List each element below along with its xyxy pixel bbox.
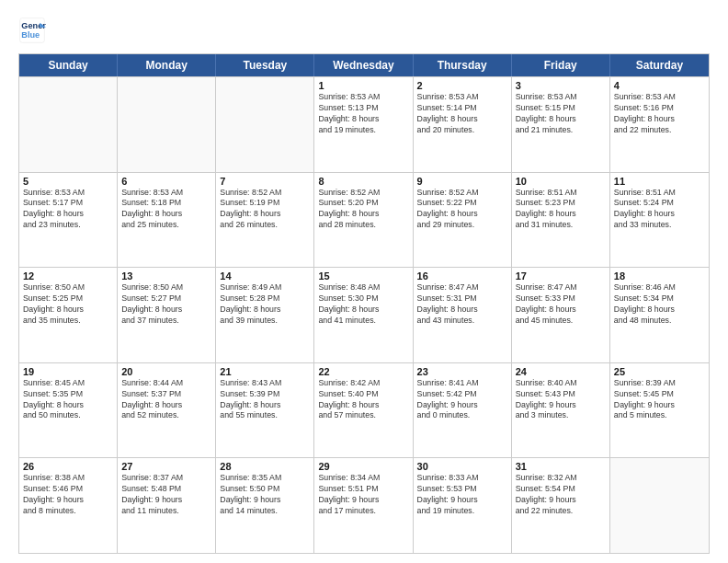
day-number: 4 [614, 80, 705, 91]
day-info: Sunrise: 8:44 AM Sunset: 5:37 PM Dayligh… [121, 378, 211, 422]
day-number: 17 [516, 270, 606, 282]
weekday-header-saturday: Saturday [610, 54, 709, 76]
day-number: 10 [516, 176, 606, 187]
day-info: Sunrise: 8:50 AM Sunset: 5:25 PM Dayligh… [23, 282, 113, 327]
calendar-cell: 23Sunrise: 8:41 AM Sunset: 5:42 PM Dayli… [414, 363, 512, 458]
day-info: Sunrise: 8:45 AM Sunset: 5:35 PM Dayligh… [23, 378, 113, 422]
day-number: 24 [516, 366, 606, 377]
day-info: Sunrise: 8:53 AM Sunset: 5:17 PM Dayligh… [23, 188, 113, 232]
day-number: 1 [318, 80, 408, 91]
day-number: 9 [417, 176, 507, 187]
calendar-cell: 15Sunrise: 8:48 AM Sunset: 5:30 PM Dayli… [314, 268, 413, 362]
calendar-cell: 17Sunrise: 8:47 AM Sunset: 5:33 PM Dayli… [512, 268, 610, 362]
day-info: Sunrise: 8:53 AM Sunset: 5:16 PM Dayligh… [614, 92, 705, 136]
day-info: Sunrise: 8:41 AM Sunset: 5:42 PM Dayligh… [417, 378, 507, 422]
day-info: Sunrise: 8:35 AM Sunset: 5:50 PM Dayligh… [220, 473, 310, 517]
day-number: 23 [417, 366, 507, 377]
calendar-cell: 20Sunrise: 8:44 AM Sunset: 5:37 PM Dayli… [118, 363, 216, 458]
day-info: Sunrise: 8:37 AM Sunset: 5:48 PM Dayligh… [121, 473, 211, 517]
weekday-header-monday: Monday [118, 54, 216, 76]
day-info: Sunrise: 8:33 AM Sunset: 5:53 PM Dayligh… [417, 473, 507, 517]
day-info: Sunrise: 8:38 AM Sunset: 5:46 PM Dayligh… [23, 473, 113, 517]
calendar-cell: 29Sunrise: 8:34 AM Sunset: 5:51 PM Dayli… [314, 458, 413, 553]
day-info: Sunrise: 8:48 AM Sunset: 5:30 PM Dayligh… [318, 282, 408, 327]
weekday-header-friday: Friday [512, 54, 610, 76]
calendar-row-1: 1Sunrise: 8:53 AM Sunset: 5:13 PM Daylig… [19, 76, 709, 172]
svg-text:Blue: Blue [21, 30, 40, 40]
day-info: Sunrise: 8:50 AM Sunset: 5:27 PM Dayligh… [121, 282, 211, 327]
day-number: 20 [121, 366, 211, 377]
calendar-cell [118, 77, 216, 172]
day-info: Sunrise: 8:53 AM Sunset: 5:18 PM Dayligh… [121, 188, 211, 232]
calendar-cell: 5Sunrise: 8:53 AM Sunset: 5:17 PM Daylig… [19, 173, 118, 268]
day-number: 28 [220, 461, 310, 472]
day-info: Sunrise: 8:52 AM Sunset: 5:19 PM Dayligh… [220, 188, 310, 232]
day-number: 26 [23, 461, 113, 472]
logo: General Blue [18, 17, 50, 44]
day-info: Sunrise: 8:39 AM Sunset: 5:45 PM Dayligh… [614, 378, 705, 422]
calendar-cell: 25Sunrise: 8:39 AM Sunset: 5:45 PM Dayli… [610, 363, 709, 458]
page: General Blue SundayMondayTuesdayWednesda… [0, 0, 728, 563]
calendar-cell: 4Sunrise: 8:53 AM Sunset: 5:16 PM Daylig… [610, 77, 709, 172]
day-info: Sunrise: 8:34 AM Sunset: 5:51 PM Dayligh… [318, 473, 408, 517]
day-number: 11 [614, 176, 705, 187]
day-number: 22 [318, 366, 408, 377]
day-number: 25 [614, 366, 705, 377]
day-number: 15 [318, 270, 408, 282]
calendar-cell [610, 458, 709, 553]
day-number: 27 [121, 461, 211, 472]
calendar: SundayMondayTuesdayWednesdayThursdayFrid… [18, 53, 710, 554]
day-info: Sunrise: 8:40 AM Sunset: 5:43 PM Dayligh… [516, 378, 606, 422]
day-number: 18 [614, 270, 705, 282]
calendar-row-3: 12Sunrise: 8:50 AM Sunset: 5:25 PM Dayli… [19, 267, 709, 362]
calendar-cell: 3Sunrise: 8:53 AM Sunset: 5:15 PM Daylig… [512, 77, 610, 172]
calendar-cell: 28Sunrise: 8:35 AM Sunset: 5:50 PM Dayli… [216, 458, 314, 553]
day-number: 7 [220, 176, 310, 187]
day-number: 8 [318, 176, 408, 187]
day-number: 2 [417, 80, 507, 91]
calendar-cell: 2Sunrise: 8:53 AM Sunset: 5:14 PM Daylig… [414, 77, 512, 172]
day-number: 13 [121, 270, 211, 282]
calendar-row-5: 26Sunrise: 8:38 AM Sunset: 5:46 PM Dayli… [19, 457, 709, 553]
calendar-cell [216, 77, 314, 172]
day-info: Sunrise: 8:43 AM Sunset: 5:39 PM Dayligh… [220, 378, 310, 422]
weekday-header-tuesday: Tuesday [216, 54, 314, 76]
day-number: 19 [23, 366, 113, 377]
day-number: 21 [220, 366, 310, 377]
day-info: Sunrise: 8:52 AM Sunset: 5:22 PM Dayligh… [417, 188, 507, 232]
day-info: Sunrise: 8:32 AM Sunset: 5:54 PM Dayligh… [516, 473, 606, 517]
day-number: 5 [23, 176, 113, 187]
day-number: 31 [516, 461, 606, 472]
day-number: 6 [121, 176, 211, 187]
header: General Blue [18, 17, 710, 44]
day-info: Sunrise: 8:49 AM Sunset: 5:28 PM Dayligh… [220, 282, 310, 327]
day-number: 12 [23, 270, 113, 282]
day-info: Sunrise: 8:51 AM Sunset: 5:24 PM Dayligh… [614, 188, 705, 232]
day-info: Sunrise: 8:42 AM Sunset: 5:40 PM Dayligh… [318, 378, 408, 422]
day-info: Sunrise: 8:51 AM Sunset: 5:23 PM Dayligh… [516, 188, 606, 232]
calendar-cell: 1Sunrise: 8:53 AM Sunset: 5:13 PM Daylig… [314, 77, 413, 172]
weekday-header-thursday: Thursday [414, 54, 512, 76]
day-info: Sunrise: 8:47 AM Sunset: 5:31 PM Dayligh… [417, 282, 507, 327]
calendar-cell [19, 77, 118, 172]
calendar-header: SundayMondayTuesdayWednesdayThursdayFrid… [19, 54, 709, 76]
day-number: 16 [417, 270, 507, 282]
weekday-header-wednesday: Wednesday [314, 54, 413, 76]
calendar-cell: 24Sunrise: 8:40 AM Sunset: 5:43 PM Dayli… [512, 363, 610, 458]
day-info: Sunrise: 8:46 AM Sunset: 5:34 PM Dayligh… [614, 282, 705, 327]
calendar-cell: 18Sunrise: 8:46 AM Sunset: 5:34 PM Dayli… [610, 268, 709, 362]
day-number: 30 [417, 461, 507, 472]
calendar-cell: 11Sunrise: 8:51 AM Sunset: 5:24 PM Dayli… [610, 173, 709, 268]
calendar-row-4: 19Sunrise: 8:45 AM Sunset: 5:35 PM Dayli… [19, 362, 709, 458]
logo-icon: General Blue [18, 17, 46, 44]
calendar-body: 1Sunrise: 8:53 AM Sunset: 5:13 PM Daylig… [19, 76, 709, 553]
calendar-cell: 31Sunrise: 8:32 AM Sunset: 5:54 PM Dayli… [512, 458, 610, 553]
day-info: Sunrise: 8:53 AM Sunset: 5:13 PM Dayligh… [318, 92, 408, 136]
day-number: 14 [220, 270, 310, 282]
calendar-cell: 13Sunrise: 8:50 AM Sunset: 5:27 PM Dayli… [118, 268, 216, 362]
calendar-cell: 21Sunrise: 8:43 AM Sunset: 5:39 PM Dayli… [216, 363, 314, 458]
calendar-cell: 30Sunrise: 8:33 AM Sunset: 5:53 PM Dayli… [414, 458, 512, 553]
calendar-cell: 22Sunrise: 8:42 AM Sunset: 5:40 PM Dayli… [314, 363, 413, 458]
day-number: 3 [516, 80, 606, 91]
calendar-cell: 27Sunrise: 8:37 AM Sunset: 5:48 PM Dayli… [118, 458, 216, 553]
